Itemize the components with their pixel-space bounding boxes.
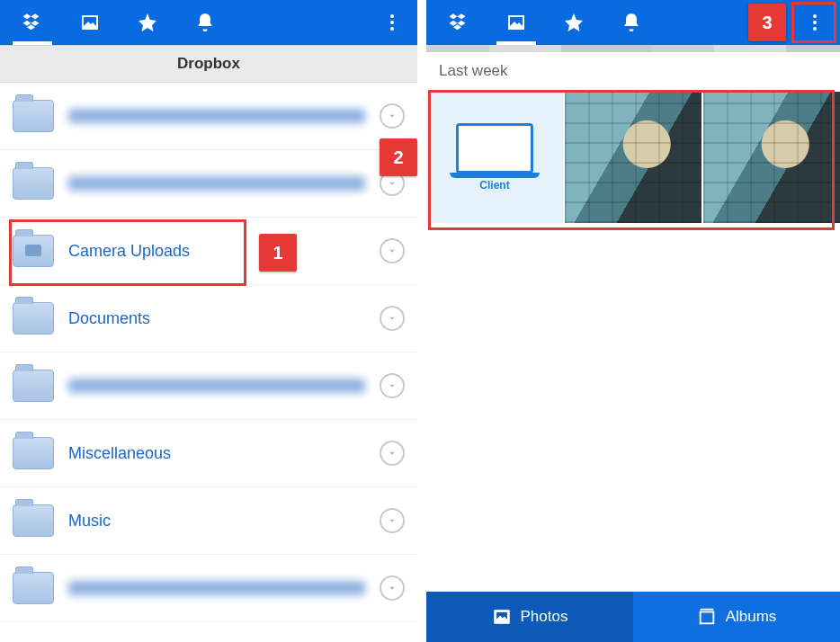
- folder-camera-icon: [13, 235, 54, 267]
- folder-row[interactable]: Documents: [0, 285, 417, 352]
- callout-1-label: 1: [273, 243, 282, 263]
- tab-photos[interactable]: [63, 0, 117, 45]
- bottom-tabs: Photos Albums: [426, 592, 840, 642]
- bottom-tab-albums[interactable]: Albums: [633, 592, 840, 642]
- tab-notifications[interactable]: [604, 0, 658, 45]
- expand-button[interactable]: [380, 373, 405, 398]
- folder-row[interactable]: [0, 83, 417, 150]
- section-label-text: Last week: [439, 62, 508, 80]
- callout-1: 1: [259, 234, 297, 272]
- dropbox-icon: [22, 12, 43, 33]
- chevron-down-icon: [386, 177, 398, 190]
- more-vert-icon: [804, 12, 826, 33]
- bottom-tab-albums-label: Albums: [726, 608, 777, 626]
- albums-icon: [697, 607, 717, 627]
- svg-point-4: [813, 21, 817, 24]
- chevron-down-icon: [386, 245, 398, 257]
- photo-row: Client: [426, 90, 840, 225]
- chevron-down-icon: [386, 514, 398, 527]
- thumbnail-photo[interactable]: [565, 92, 701, 223]
- folder-icon: [13, 437, 54, 469]
- tab-dropbox[interactable]: [5, 0, 59, 45]
- tab-photos[interactable]: [489, 0, 543, 45]
- picture-icon: [505, 12, 527, 33]
- bell-icon: [194, 12, 216, 33]
- callout-3-label: 3: [762, 13, 772, 33]
- expand-button[interactable]: [380, 103, 405, 129]
- tab-dropbox[interactable]: [432, 0, 486, 45]
- svg-point-5: [813, 27, 817, 31]
- overflow-menu-left[interactable]: [372, 3, 412, 42]
- folder-icon: [13, 572, 54, 604]
- folder-icon: [13, 100, 54, 132]
- chevron-down-icon: [386, 110, 398, 122]
- folder-label: Documents: [68, 309, 365, 328]
- folder-icon: [13, 370, 54, 402]
- callout-3: 3: [748, 4, 786, 41]
- dropbox-icon: [448, 12, 469, 33]
- star-icon: [137, 12, 158, 33]
- folder-row[interactable]: [0, 555, 417, 622]
- folder-list[interactable]: Camera Uploads Documents Miscellaneous M…: [0, 83, 417, 642]
- bell-icon: [621, 12, 642, 33]
- folder-icon: [13, 302, 54, 334]
- gallery-blank-area: [426, 225, 840, 592]
- folder-row[interactable]: [0, 352, 417, 420]
- picture-icon: [79, 12, 101, 33]
- folder-row[interactable]: Miscellaneous: [0, 420, 417, 487]
- client-label: Client: [479, 179, 509, 192]
- tab-favorites[interactable]: [547, 0, 601, 45]
- star-icon: [563, 12, 585, 33]
- section-title: Dropbox: [177, 55, 240, 73]
- screen-files: Dropbox Camera Uploads Documents: [0, 0, 417, 642]
- chevron-down-icon: [386, 447, 398, 459]
- expand-button[interactable]: [380, 306, 405, 331]
- picture-icon: [492, 607, 512, 627]
- folder-icon: [13, 167, 54, 200]
- folder-row-camera-uploads[interactable]: Camera Uploads: [0, 218, 417, 285]
- chevron-down-icon: [386, 379, 398, 392]
- folder-row[interactable]: [0, 150, 417, 218]
- folder-label-blurred: [68, 176, 365, 191]
- svg-point-0: [390, 14, 394, 18]
- topbar-left: [0, 0, 417, 45]
- expand-button[interactable]: [380, 238, 405, 263]
- svg-point-2: [390, 27, 394, 31]
- bottom-tab-photos-label: Photos: [521, 608, 568, 626]
- laptop-icon: [456, 123, 533, 174]
- folder-icon: [13, 504, 54, 537]
- folder-label-blurred: [68, 379, 365, 393]
- thumbnail-photo[interactable]: [703, 92, 840, 223]
- folder-label: Miscellaneous: [68, 444, 365, 463]
- expand-button[interactable]: [380, 441, 405, 466]
- chevron-down-icon: [386, 312, 398, 325]
- more-vert-icon: [381, 12, 403, 33]
- photo-strip-prev: [426, 45, 840, 52]
- callout-2: 2: [380, 138, 417, 176]
- bottom-tab-photos[interactable]: Photos: [426, 592, 633, 642]
- screen-gallery: Last week Client Photos Albums 3: [426, 0, 840, 642]
- tab-notifications[interactable]: [178, 0, 232, 45]
- folder-label: Camera Uploads: [68, 242, 365, 261]
- callout-2-label: 2: [393, 147, 403, 168]
- tab-favorites[interactable]: [121, 0, 174, 45]
- gallery-section-label: Last week: [426, 52, 840, 90]
- folder-label: Music: [68, 512, 365, 531]
- folder-label-blurred: [68, 109, 365, 123]
- chevron-down-icon: [386, 582, 398, 594]
- svg-point-1: [390, 21, 394, 24]
- thumbnail-client[interactable]: Client: [426, 92, 563, 223]
- svg-rect-6: [700, 612, 713, 624]
- svg-point-3: [813, 14, 817, 18]
- folder-row[interactable]: Music: [0, 487, 417, 555]
- section-header: Dropbox: [0, 45, 417, 83]
- expand-button[interactable]: [380, 575, 405, 601]
- overflow-menu-right[interactable]: [795, 3, 835, 42]
- expand-button[interactable]: [380, 508, 405, 533]
- folder-label-blurred: [68, 581, 365, 595]
